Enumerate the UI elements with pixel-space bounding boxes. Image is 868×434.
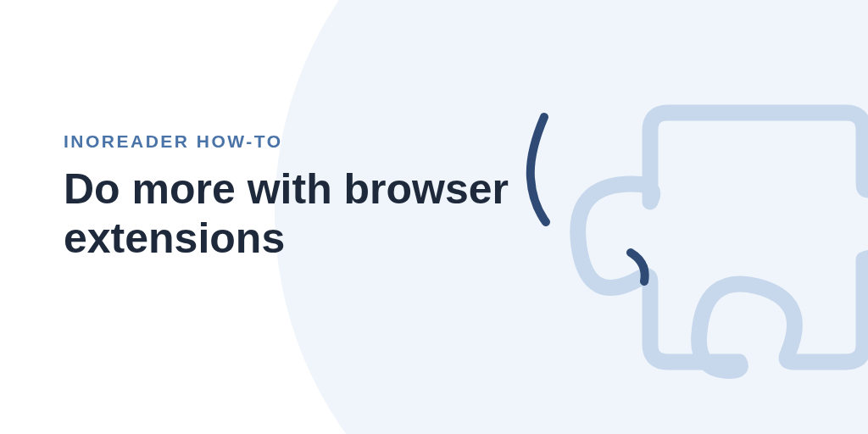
hero-eyebrow: INOREADER HOW-TO — [64, 131, 538, 152]
puzzle-icon — [546, 17, 868, 424]
accent-stroke-mid — [622, 246, 656, 288]
hero-content: INOREADER HOW-TO Do more with browser ex… — [64, 131, 538, 263]
hero-headline: Do more with browser extensions — [64, 165, 538, 263]
